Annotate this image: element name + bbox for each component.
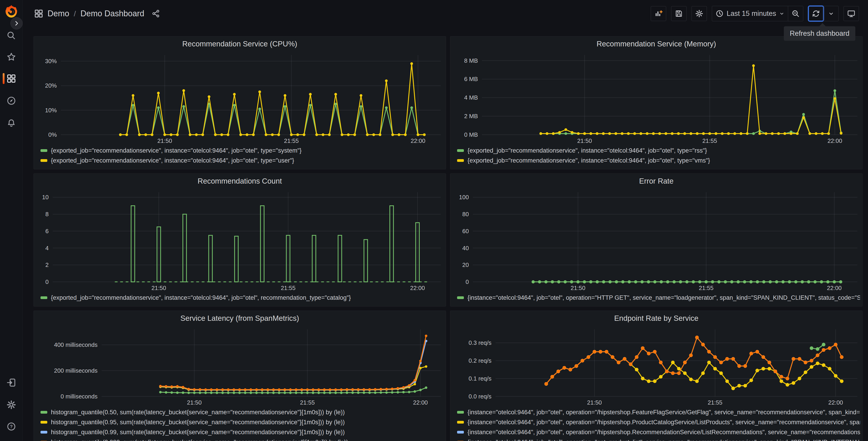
time-range-label: Last 15 minutes [726,9,776,18]
top-navigation: Demo / Demo Dashboard [23,0,868,27]
grafana-app: ? Demo / Demo Dashboard [0,0,868,441]
legend-swatch [457,159,464,162]
x-tick-label: 22:00 [413,399,428,406]
legend-item[interactable]: {exported_job="recommendationservice", i… [40,146,443,155]
legend-item[interactable]: {instance="otelcol:9464", job="otel", op… [457,437,860,441]
y-tick-label: 6 [45,228,49,235]
panel-recommendations-count: Recommendations Count 024681021:5021:552… [33,173,446,306]
save-icon [675,9,683,18]
y-tick-label: 10 [42,194,49,201]
legend-swatch [457,296,464,299]
dashboards-grid-icon [6,74,16,84]
sidebar-item-help[interactable]: ? [6,421,16,432]
x-tick-label: 21:50 [157,138,172,144]
recommendation-service-memory-svg: 0 MB2 MB4 MB6 MB8 MB21:5021:5522:00 [450,51,862,145]
zoom-out-time-button[interactable] [788,6,803,21]
y-tick-label: 8 [45,211,49,217]
legend-item[interactable]: {instance="otelcol:9464", job="otel", op… [457,427,860,437]
endpoint-rate-chart[interactable]: 0.0 req/s0.1 req/s0.2 req/s0.3 req/s21:5… [450,326,862,407]
sidebar-item-alerting[interactable] [6,117,16,127]
x-tick-label: 22:00 [828,138,842,144]
sidebar-item-search[interactable] [6,31,16,40]
y-tick-label: 30% [45,58,57,64]
chevron-down-icon [779,11,785,17]
sidebar-item-explore[interactable] [6,96,16,106]
y-tick-label: 0 milliseconds [61,393,97,400]
legend-item[interactable]: {exported_job="recommendationservice", i… [40,293,443,303]
x-tick-label: 21:55 [702,138,717,144]
legend-label: histogram_quantile(0.50, sum(rate(latenc… [51,409,345,416]
sidebar-item-dashboards[interactable] [6,74,16,84]
y-tick-label: 0.0 req/s [469,393,492,400]
panel-title[interactable]: Error Rate [450,174,862,188]
kiosk-mode-button[interactable] [843,6,859,21]
service-latency-legend: histogram_quantile(0.50, sum(rate(latenc… [34,407,446,441]
panel-title[interactable]: Recommendations Count [34,174,446,188]
x-tick-label: 21:55 [300,399,315,406]
legend-item[interactable]: histogram_quantile(0.99, sum(rate(latenc… [40,427,443,437]
recommendations-count-chart[interactable]: 024681021:5021:5522:00 [34,188,446,292]
service-latency-chart[interactable]: 0 milliseconds200 milliseconds400 millis… [34,326,446,407]
breadcrumb-page-title[interactable]: Demo Dashboard [80,9,144,18]
refresh-tooltip: Refresh dashboard [784,26,855,41]
legend-item[interactable]: {exported_job="recommendationservice", i… [457,155,860,166]
panel-title[interactable]: Endpoint Rate by Service [450,311,862,326]
y-tick-label: 4 MB [464,94,478,101]
legend-item[interactable]: {instance="otelcol:9464", job="otel", op… [457,293,860,303]
x-tick-label: 21:55 [708,399,722,406]
legend-item[interactable]: {exported_job="recommendationservice", i… [457,146,860,155]
panel-service-latency: Service Latency (from SpanMetrics) 0 mil… [33,311,446,441]
y-tick-label: 0 MB [464,131,478,138]
legend-item[interactable]: histogram_quantile(0.999, sum(rate(laten… [40,437,443,441]
x-tick-label: 21:55 [699,285,713,291]
legend-item[interactable]: histogram_quantile(0.95, sum(rate(latenc… [40,417,443,427]
sidebar-expand-button[interactable] [10,17,23,29]
memory-chart[interactable]: 0 MB2 MB4 MB6 MB8 MB21:5021:5522:00 [450,51,862,145]
y-tick-label: 8 MB [464,57,478,64]
compass-icon [6,96,16,106]
breadcrumb-section[interactable]: Demo [48,9,69,18]
error-rate-legend: {instance="otelcol:9464", job="otel", op… [450,292,862,306]
sidebar-item-settings[interactable] [6,400,16,410]
service-latency-spanmetrics-svg: 0 milliseconds200 milliseconds400 millis… [34,326,446,407]
panel-recommendation-service-memory: Recommendation Service (Memory) 0 MB2 MB… [450,36,863,169]
star-icon [6,52,16,62]
dashboard-settings-button[interactable] [691,6,707,21]
x-tick-label: 22:00 [828,399,843,406]
memory-legend: {exported_job="recommendationservice", i… [450,145,862,169]
x-tick-label: 22:00 [410,285,425,291]
legend-item[interactable]: {instance="otelcol:9464", job="otel", op… [457,407,860,417]
sidebar-item-starred[interactable] [6,52,16,62]
time-range-picker[interactable]: Last 15 minutes [712,6,788,21]
x-tick-label: 21:50 [587,399,602,406]
legend-label: {exported_job="recommendationservice", i… [51,147,302,154]
recommendation-service-cpu-svg: 0%10%20%30%21:5021:5522:00 [34,51,446,145]
cpu-chart[interactable]: 0%10%20%30%21:5021:5522:00 [34,51,446,145]
legend-swatch [40,411,47,414]
legend-item[interactable]: {exported_job="recommendationservice", i… [40,155,443,166]
zoom-out-icon [791,9,800,18]
add-panel-button[interactable] [651,6,666,21]
share-icon[interactable] [152,9,160,18]
legend-item[interactable]: {instance="otelcol:9464", job="otel", op… [457,417,860,427]
save-dashboard-button[interactable] [671,6,686,21]
refresh-interval-dropdown[interactable] [824,6,838,21]
legend-label: histogram_quantile(0.99, sum(rate(latenc… [51,429,345,436]
y-tick-label: 80 [462,211,469,217]
panel-title[interactable]: Recommendation Service (CPU%) [34,36,446,51]
refresh-dashboard-button[interactable] [808,6,824,21]
y-tick-label: 0 [45,278,49,285]
legend-label: {exported_job="recommendationservice", i… [51,294,351,301]
error-rate-chart[interactable]: 02040608010021:5021:5522:00 [450,188,862,292]
legend-swatch [40,296,47,299]
sidebar-item-sign-in[interactable] [6,378,16,388]
panel-title[interactable]: Service Latency (from SpanMetrics) [34,311,446,326]
legend-swatch [457,431,464,434]
time-picker-group: Last 15 minutes [712,6,803,21]
y-tick-label: 0.1 req/s [469,375,492,382]
panel-error-rate: Error Rate 02040608010021:5021:5522:00 {… [450,173,863,306]
svg-text:?: ? [10,424,13,429]
y-tick-label: 20 [462,262,469,268]
legend-item[interactable]: histogram_quantile(0.50, sum(rate(latenc… [40,407,443,417]
sidebar: ? [0,0,23,441]
